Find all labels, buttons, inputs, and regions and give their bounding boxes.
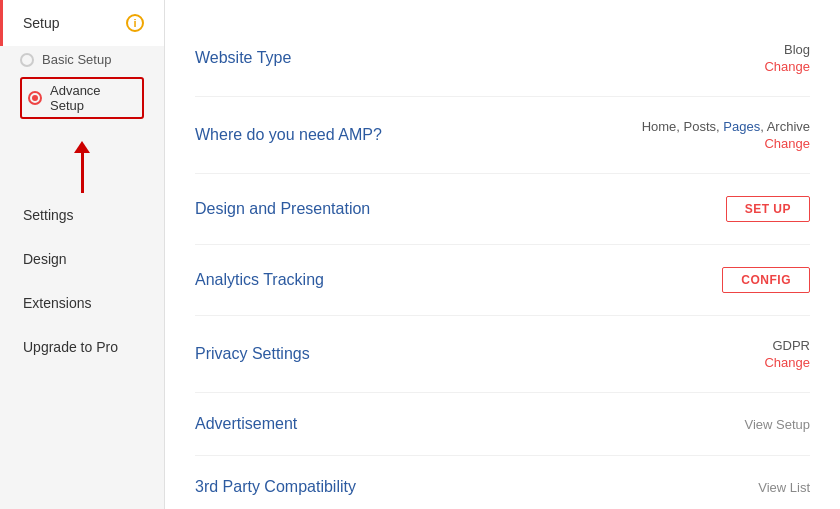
3rd-party-view-link[interactable]: View List [758,480,810,495]
sidebar-item-extensions[interactable]: Extensions [0,281,164,325]
amp-location-label: Where do you need AMP? [195,126,382,144]
arrow-line [81,153,84,193]
sidebar-upgrade-label: Upgrade to Pro [23,339,118,355]
privacy-change-link[interactable]: Change [764,355,810,370]
setup-button[interactable]: SET UP [726,196,810,222]
3rd-party-value: View List [758,480,810,495]
sidebar-setup-label: Setup [23,15,60,31]
setting-row-analytics: Analytics Tracking CONFIG [195,245,810,316]
privacy-value-text: GDPR [772,338,810,353]
sidebar: Setup i Basic Setup Advance Setup Settin… [0,0,165,509]
website-type-value-text: Blog [784,42,810,57]
arrow-container [0,133,164,193]
setting-row-design-presentation: Design and Presentation SET UP [195,174,810,245]
3rd-party-label: 3rd Party Compatibility [195,478,356,496]
sidebar-extensions-label: Extensions [23,295,91,311]
sidebar-design-label: Design [23,251,67,267]
setting-row-advertisement: Advertisement View Setup [195,393,810,456]
amp-location-value: Home, Posts, Pages, Archive Change [642,119,810,151]
info-icon: i [126,14,144,32]
main-content: Website Type Blog Change Where do you ne… [165,0,840,509]
website-type-label: Website Type [195,49,291,67]
amp-pages-highlight: Pages [723,119,760,134]
privacy-value: GDPR Change [764,338,810,370]
design-presentation-label: Design and Presentation [195,200,370,218]
config-button[interactable]: CONFIG [722,267,810,293]
advertisement-value: View Setup [744,417,810,432]
sidebar-item-design[interactable]: Design [0,237,164,281]
website-type-value: Blog Change [764,42,810,74]
advertisement-view-link[interactable]: View Setup [744,417,810,432]
sidebar-sub-items: Basic Setup Advance Setup [0,46,164,133]
setting-row-website-type: Website Type Blog Change [195,20,810,97]
radio-basic-setup[interactable]: Basic Setup [20,52,144,67]
advance-setup-label: Advance Setup [50,83,136,113]
radio-basic-circle [20,53,34,67]
website-type-change-link[interactable]: Change [764,59,810,74]
setting-row-privacy: Privacy Settings GDPR Change [195,316,810,393]
advance-setup-wrapper: Advance Setup [20,77,144,119]
setting-row-amp-location: Where do you need AMP? Home, Posts, Page… [195,97,810,174]
sidebar-item-settings[interactable]: Settings [0,193,164,237]
sidebar-settings-label: Settings [23,207,74,223]
setting-row-3rd-party: 3rd Party Compatibility View List [195,456,810,509]
analytics-value: CONFIG [722,267,810,293]
radio-advance-setup[interactable]: Advance Setup [28,83,136,113]
arrow-head [74,141,90,153]
red-arrow [74,141,90,193]
sidebar-item-setup[interactable]: Setup i [0,0,164,46]
amp-location-text: Home, Posts, Pages, Archive [642,119,810,134]
design-presentation-value: SET UP [726,196,810,222]
advertisement-label: Advertisement [195,415,297,433]
sidebar-item-upgrade[interactable]: Upgrade to Pro [0,325,164,369]
amp-location-change-link[interactable]: Change [764,136,810,151]
basic-setup-label: Basic Setup [42,52,111,67]
privacy-label: Privacy Settings [195,345,310,363]
analytics-label: Analytics Tracking [195,271,324,289]
radio-advance-circle [28,91,42,105]
